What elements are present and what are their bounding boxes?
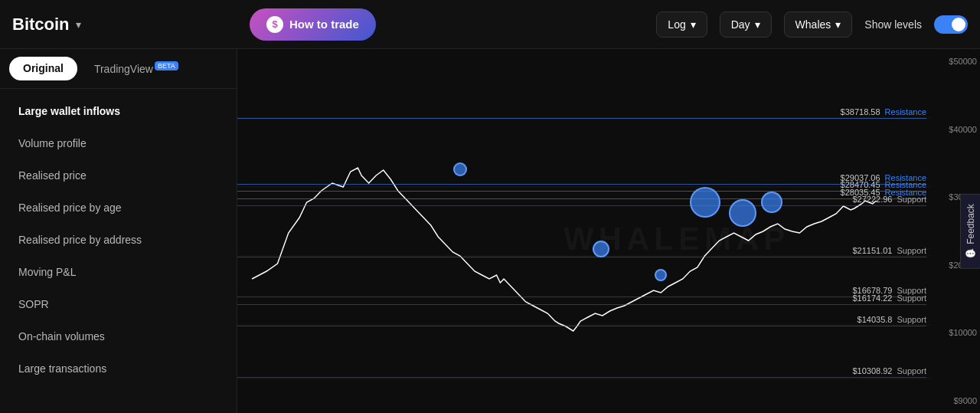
sidebar-item-sopr[interactable]: SOPR (0, 288, 237, 320)
price-axis-label: $40000 (934, 125, 977, 134)
main-chart: WHALEMAP $38718.58Resistance$29037.06Res… (237, 49, 980, 413)
sidebar-item-realised-price-address[interactable]: Realised price by address (0, 224, 237, 256)
header: Bitcoin ▾ $ How to trade Log ▾ Day ▾ Wha… (0, 0, 980, 49)
sidebar-menu: Large wallet inflowsVolume profileRealis… (0, 89, 237, 391)
log-dropdown[interactable]: Log ▾ (656, 11, 707, 38)
day-label: Day (731, 18, 750, 31)
sidebar-item-volume-profile[interactable]: Volume profile (0, 127, 237, 159)
price-axis-label: $50000 (934, 57, 977, 66)
sidebar-item-realised-price-age[interactable]: Realised price by age (0, 192, 237, 224)
price-axis-label: $9000 (934, 396, 977, 405)
log-chevron-icon: ▾ (691, 18, 696, 31)
sidebar-item-realised-price[interactable]: Realised price (0, 159, 237, 192)
tab-row: Original TradingViewBETA (0, 49, 237, 89)
how-to-trade-label: How to trade (289, 18, 359, 31)
feedback-tab[interactable]: 💬 Feedback (960, 194, 980, 269)
how-to-trade-button[interactable]: $ How to trade (250, 8, 376, 41)
whale-bubble-5 (761, 192, 782, 213)
feedback-icon: 💬 (965, 247, 976, 258)
day-dropdown[interactable]: Day ▾ (720, 11, 772, 38)
sidebar-item-large-transactions[interactable]: Large transactions (0, 352, 237, 385)
header-left: Bitcoin ▾ (12, 15, 250, 34)
dollar-icon: $ (266, 16, 283, 33)
tab-original[interactable]: Original (9, 57, 77, 80)
sidebar-item-large-wallet-inflows[interactable]: Large wallet inflows (0, 95, 237, 127)
show-levels-toggle[interactable] (934, 15, 968, 34)
sidebar-item-on-chain-volumes[interactable]: On-chain volumes (0, 320, 237, 352)
whales-label: Whales (795, 18, 831, 31)
tab-tradingview[interactable]: TradingViewBETA (80, 57, 192, 80)
sidebar-item-moving-pnl[interactable]: Moving P&L (0, 256, 237, 288)
price-chart (237, 49, 931, 413)
whale-bubble-4 (729, 199, 756, 227)
whales-dropdown[interactable]: Whales ▾ (784, 11, 853, 38)
whales-chevron-icon: ▾ (835, 18, 841, 31)
whale-bubble-2 (655, 269, 667, 281)
sidebar: Original TradingViewBETA Large wallet in… (0, 49, 237, 413)
body: Original TradingViewBETA Large wallet in… (0, 49, 980, 413)
whale-bubble-0 (453, 162, 467, 176)
asset-title: Bitcoin (12, 15, 70, 34)
asset-dropdown-arrow[interactable]: ▾ (76, 18, 81, 31)
show-levels-label: Show levels (864, 18, 922, 31)
whale-bubble-3 (690, 187, 720, 218)
price-axis-label: $10000 (934, 328, 977, 337)
log-label: Log (668, 18, 685, 31)
beta-badge: BETA (155, 61, 178, 70)
feedback-label: Feedback (965, 204, 976, 244)
tradingview-label: TradingView (94, 63, 153, 75)
header-controls: Log ▾ Day ▾ Whales ▾ Show levels (656, 11, 968, 38)
day-chevron-icon: ▾ (755, 18, 760, 31)
